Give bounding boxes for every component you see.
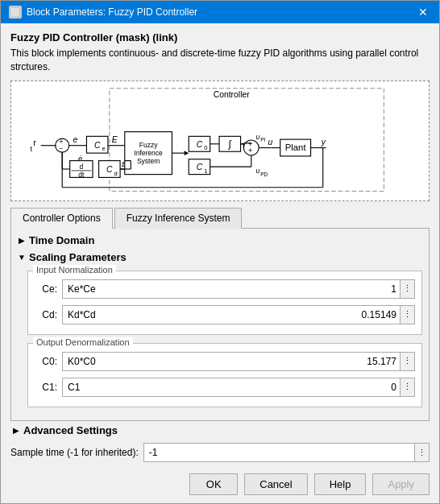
input-normalization-section: Input Normalization Ce: 1 ⋮ Cd: (11, 266, 429, 411)
controller-diagram: Controller r t + − e C e E (10, 81, 430, 201)
c1-param-row: C1: 0 ⋮ (35, 374, 415, 400)
c0-value: 15.177 (359, 356, 400, 367)
svg-text:C: C (94, 140, 101, 149)
time-domain-arrow: ▶ (16, 234, 27, 246)
svg-text:u: u (255, 133, 259, 141)
svg-text:C: C (106, 164, 113, 173)
c1-value: 0 (359, 382, 400, 393)
sample-time-menu-button[interactable]: ⋮ (414, 444, 429, 461)
svg-text:E: E (112, 134, 118, 143)
svg-text:+: + (248, 146, 253, 155)
ce-expression-input[interactable] (63, 282, 359, 296)
scaling-parameters-label: Scaling Parameters (29, 251, 127, 263)
ce-value: 1 (359, 283, 400, 295)
svg-text:Fuzzy: Fuzzy (139, 140, 158, 148)
cd-param-row: Cd: 0.15149 ⋮ (35, 302, 415, 328)
input-normalization-title: Input Normalization (33, 265, 116, 275)
output-denormalization-title: Output Denormalization (33, 337, 133, 347)
svg-text:u: u (255, 166, 259, 174)
cancel-button[interactable]: Cancel (244, 473, 307, 495)
svg-text:dt: dt (78, 171, 85, 179)
svg-text:Plant: Plant (285, 143, 307, 152)
cd-value: 0.15149 (359, 309, 400, 320)
tab-fuzzy-inference-system[interactable]: Fuzzy Inference System (114, 208, 243, 229)
ce-input-wrap: 1 ⋮ (62, 279, 415, 299)
svg-text:C: C (197, 139, 203, 148)
advanced-settings-label: Advanced Settings (23, 424, 118, 436)
title-bar-left: ⬜ Block Parameters: Fuzzy PID Controller (9, 6, 197, 19)
sample-time-input-wrap: ⋮ (143, 443, 430, 462)
tab-bar: Controller Options Fuzzy Inference Syste… (10, 208, 430, 229)
svg-text:y: y (321, 137, 326, 146)
help-button[interactable]: Help (314, 473, 367, 495)
svg-marker-30 (185, 151, 189, 155)
advanced-settings-row[interactable]: ▶ Advanced Settings (10, 421, 430, 440)
close-button[interactable]: ✕ (415, 6, 431, 19)
window-title: Block Parameters: Fuzzy PID Controller (27, 6, 197, 18)
cd-menu-button[interactable]: ⋮ (400, 306, 414, 324)
block-title: Fuzzy PID Controller (mask) (link) (10, 31, 430, 43)
svg-text:PI: PI (260, 137, 265, 143)
svg-text:d: d (79, 163, 83, 171)
advanced-settings-arrow: ▶ (10, 425, 22, 436)
svg-text:t: t (30, 145, 32, 153)
svg-text:u: u (268, 137, 273, 146)
cd-label: Cd: (35, 309, 57, 320)
scaling-parameters-arrow: ▼ (16, 251, 27, 262)
tree-item-scaling-parameters[interactable]: ▼ Scaling Parameters (11, 249, 429, 266)
c1-label: C1: (35, 382, 57, 393)
block-description: This block implements continuous- and di… (10, 47, 430, 74)
svg-text:r: r (33, 138, 36, 147)
c1-input-wrap: 0 ⋮ (62, 378, 415, 397)
svg-text:System: System (137, 157, 160, 165)
ok-button[interactable]: OK (189, 473, 238, 495)
bottom-section: ▶ Advanced Settings Sample time (-1 for … (1, 421, 439, 465)
svg-text:C: C (197, 163, 203, 171)
svg-text:1: 1 (204, 167, 207, 174)
svg-text:Inference: Inference (134, 149, 163, 157)
sample-time-input[interactable] (144, 445, 414, 460)
svg-text:0: 0 (204, 144, 207, 151)
tab-controller-options[interactable]: Controller Options (10, 208, 113, 229)
svg-text:Controller: Controller (214, 90, 251, 99)
svg-text:e: e (73, 134, 77, 143)
c0-input-wrap: 15.177 ⋮ (62, 352, 415, 371)
button-row: OK Cancel Help Apply (1, 465, 439, 503)
sample-time-label: Sample time (-1 for inherited): (10, 447, 139, 458)
c0-param-row: C0: 15.177 ⋮ (35, 349, 415, 374)
cd-expression-input[interactable] (63, 308, 359, 322)
title-bar: ⬜ Block Parameters: Fuzzy PID Controller… (1, 1, 439, 23)
c0-expression-input[interactable] (63, 354, 359, 369)
cd-input-wrap: 0.15149 ⋮ (62, 305, 415, 324)
apply-button[interactable]: Apply (372, 473, 430, 495)
main-content: Fuzzy PID Controller (mask) (link) This … (1, 23, 439, 421)
ce-param-row: Ce: 1 ⋮ (35, 276, 415, 302)
window-icon: ⬜ (9, 6, 22, 19)
c1-menu-button[interactable]: ⋮ (400, 378, 414, 396)
tree-item-time-domain[interactable]: ▶ Time Domain (11, 232, 429, 249)
svg-text:e: e (102, 145, 105, 152)
svg-text:−: − (59, 144, 63, 152)
svg-text:d: d (114, 169, 118, 176)
c0-label: C0: (35, 356, 57, 367)
ce-label: Ce: (35, 283, 57, 295)
c0-menu-button[interactable]: ⋮ (400, 353, 414, 370)
sample-time-row: Sample time (-1 for inherited): ⋮ (10, 440, 430, 465)
svg-text:ė: ė (78, 153, 82, 162)
c1-expression-input[interactable] (63, 380, 359, 395)
time-domain-label: Time Domain (29, 234, 94, 246)
svg-text:PD: PD (260, 171, 268, 176)
ce-menu-button[interactable]: ⋮ (400, 280, 414, 298)
svg-text:∫: ∫ (228, 138, 232, 149)
options-scroll-area[interactable]: ▶ Time Domain ▼ Scaling Parameters Input… (10, 229, 430, 421)
dialog-window: ⬜ Block Parameters: Fuzzy PID Controller… (0, 0, 440, 504)
